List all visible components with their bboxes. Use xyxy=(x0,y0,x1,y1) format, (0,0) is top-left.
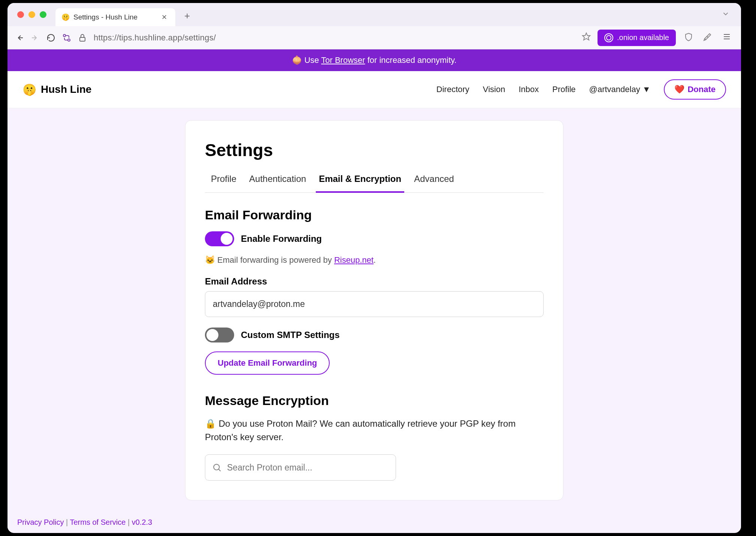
minimize-window-button[interactable] xyxy=(28,11,35,18)
primary-nav: Directory Vision Inbox Profile @artvande… xyxy=(436,79,726,100)
privacy-policy-link[interactable]: Privacy Policy xyxy=(17,518,64,526)
settings-tabs: Profile Authentication Email & Encryptio… xyxy=(205,174,544,193)
forward-button[interactable] xyxy=(31,33,40,42)
svg-point-3 xyxy=(68,39,70,41)
browser-tab[interactable]: 🤫 Settings - Hush Line ✕ xyxy=(55,8,175,26)
message-encryption-title: Message Encryption xyxy=(205,393,544,408)
nav-profile[interactable]: Profile xyxy=(552,85,575,94)
banner-prefix: Use xyxy=(302,55,321,65)
custom-smtp-label: Custom SMTP Settings xyxy=(241,330,340,340)
nav-directory[interactable]: Directory xyxy=(436,85,469,94)
maximize-window-button[interactable] xyxy=(40,11,46,18)
tab-close-button[interactable]: ✕ xyxy=(159,13,169,21)
browser-window: 🤫 Settings - Hush Line ✕ + https://tips.… xyxy=(7,3,741,533)
tab-email-encryption[interactable]: Email & Encryption xyxy=(319,174,401,192)
broom-icon[interactable] xyxy=(701,33,713,43)
settings-card: Settings Profile Authentication Email & … xyxy=(185,120,563,500)
footer-links: Privacy Policy | Terms of Service | v0.2… xyxy=(17,518,152,527)
banner-suffix: for increased anonymity. xyxy=(365,55,457,65)
onion-icon xyxy=(604,33,613,42)
svg-line-10 xyxy=(218,469,220,471)
version-link[interactable]: v0.2.3 xyxy=(132,518,152,526)
poweredby-text: 🐱 Email forwarding is powered by Riseup.… xyxy=(205,255,544,265)
page-content: Settings Profile Authentication Email & … xyxy=(7,108,741,533)
enable-forwarding-row: Enable Forwarding xyxy=(205,231,544,246)
tor-browser-link[interactable]: Tor Browser xyxy=(321,55,365,65)
tab-bar: 🤫 Settings - Hush Line ✕ + xyxy=(7,3,741,26)
chevron-down-icon: ▼ xyxy=(642,85,651,94)
proton-search-input[interactable] xyxy=(222,463,389,473)
tabs-dropdown-button[interactable] xyxy=(715,10,737,20)
site-header: 🤫 Hush Line Directory Vision Inbox Profi… xyxy=(7,71,741,108)
custom-smtp-row: Custom SMTP Settings xyxy=(205,328,544,342)
banner-emoji: 🧅 xyxy=(292,55,302,65)
back-button[interactable] xyxy=(15,33,24,42)
nav-user-menu[interactable]: @artvandelay ▼ xyxy=(589,85,651,94)
svg-point-2 xyxy=(63,34,66,37)
svg-marker-5 xyxy=(583,33,590,40)
logo[interactable]: 🤫 Hush Line xyxy=(22,83,91,96)
donate-button[interactable]: ❤️ Donate xyxy=(664,79,726,100)
email-address-label: Email Address xyxy=(205,276,544,287)
onion-available-button[interactable]: .onion available xyxy=(598,30,676,46)
tab-advanced[interactable]: Advanced xyxy=(414,174,454,192)
reload-button[interactable] xyxy=(46,33,55,42)
close-window-button[interactable] xyxy=(17,11,24,18)
email-address-input[interactable] xyxy=(205,291,544,317)
anonymity-banner: 🧅 Use Tor Browser for increased anonymit… xyxy=(7,49,741,71)
custom-smtp-toggle[interactable] xyxy=(205,328,234,342)
shield-icon[interactable] xyxy=(683,33,695,43)
svg-point-9 xyxy=(214,464,219,470)
donate-label: Donate xyxy=(687,85,716,94)
new-tab-button[interactable]: + xyxy=(179,10,195,22)
terms-link[interactable]: Terms of Service xyxy=(70,518,126,526)
heart-icon: ❤️ xyxy=(674,85,684,94)
nav-user-label: @artvandelay xyxy=(589,85,640,94)
app-menu-button[interactable] xyxy=(720,32,734,43)
url-bar: https://tips.hushline.app/settings/ .oni… xyxy=(7,26,741,49)
nav-inbox[interactable]: Inbox xyxy=(518,85,539,94)
tab-profile[interactable]: Profile xyxy=(211,174,236,192)
url-text[interactable]: https://tips.hushline.app/settings/ xyxy=(94,33,575,43)
svg-rect-4 xyxy=(80,37,85,41)
nav-vision[interactable]: Vision xyxy=(483,85,505,94)
window-controls xyxy=(12,11,52,18)
onion-label: .onion available xyxy=(617,33,669,42)
logo-text: Hush Line xyxy=(41,83,91,95)
toggle-knob xyxy=(221,233,233,245)
riseup-link[interactable]: Riseup.net xyxy=(334,255,374,265)
bookmark-star-icon[interactable] xyxy=(582,32,591,43)
logo-emoji-icon: 🤫 xyxy=(22,83,36,96)
tor-circuit-icon[interactable] xyxy=(62,33,71,42)
tab-title: Settings - Hush Line xyxy=(73,13,155,21)
search-icon xyxy=(212,463,222,472)
tab-favicon-icon: 🤫 xyxy=(61,13,70,21)
encryption-description: 🔒 Do you use Proton Mail? We can automat… xyxy=(205,417,544,444)
lock-icon[interactable] xyxy=(78,33,87,42)
toggle-knob xyxy=(206,329,218,341)
page-title: Settings xyxy=(205,140,544,160)
enable-forwarding-toggle[interactable] xyxy=(205,231,234,246)
update-email-forwarding-button[interactable]: Update Email Forwarding xyxy=(205,351,330,375)
email-forwarding-title: Email Forwarding xyxy=(205,208,544,222)
enable-forwarding-label: Enable Forwarding xyxy=(241,234,322,244)
proton-search-wrap xyxy=(205,454,396,481)
tab-authentication[interactable]: Authentication xyxy=(249,174,306,192)
